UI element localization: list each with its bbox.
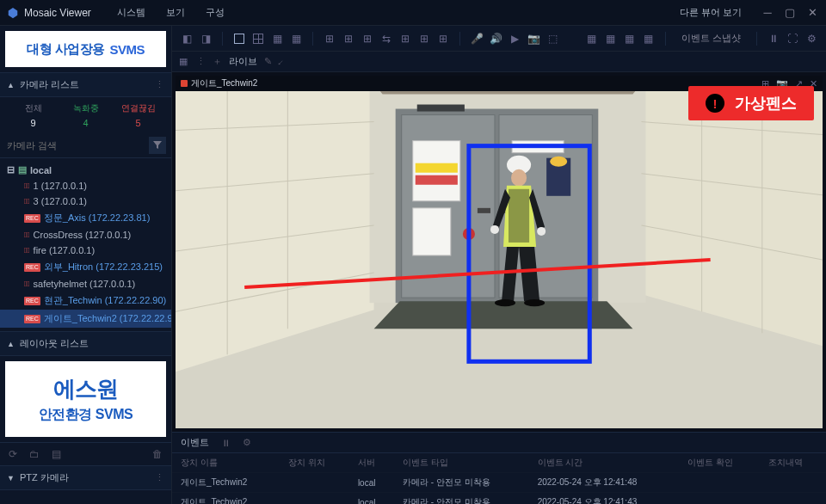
count-disconnected-label: 연결끊김 — [112, 102, 164, 114]
filter-icon[interactable] — [149, 137, 166, 154]
camera-tree-item[interactable]: REC현관_Techwin (172.22.22.90) — [0, 292, 171, 310]
svg-rect-33 — [509, 189, 529, 243]
settings-icon[interactable]: ⚙ — [804, 31, 819, 46]
video-camera-name: 게이트_Techwin2 — [191, 77, 257, 89]
events-pause-icon[interactable]: ⏸ — [221, 438, 231, 448]
camera-tree-item[interactable]: REC외부_Hitron (172.22.23.215) — [0, 258, 171, 276]
camera-scene — [176, 91, 823, 428]
delete-icon[interactable]: 🗑 — [152, 448, 163, 460]
events-col-action[interactable]: 조치내역 — [760, 453, 826, 473]
camera-name: 게이트_Techwin2 (172.22.22.91) — [44, 312, 171, 325]
layout-icon[interactable]: ▤ — [52, 448, 61, 460]
add-tab-icon[interactable]: ＋ — [213, 55, 222, 68]
layout-a-icon[interactable]: ▦ — [269, 31, 285, 46]
menu-view[interactable]: 보기 — [157, 3, 194, 22]
layout-tab-icon[interactable]: ▦ — [177, 56, 189, 68]
tree-root[interactable]: ⊟ ▤ local — [0, 162, 171, 178]
grid-swap-icon[interactable]: ⇆ — [379, 31, 394, 46]
layout-list-header[interactable]: ▲ 레이아웃 리스트 — [0, 331, 171, 356]
clip-icon[interactable]: ⬚ — [545, 31, 560, 46]
grid-3x3-icon[interactable]: ⊞ — [322, 31, 337, 46]
grid-auto-icon[interactable]: ⊞ — [398, 31, 413, 46]
pause-icon[interactable]: ⏸ — [766, 31, 781, 46]
more-icon[interactable]: ⋮ — [155, 472, 164, 483]
right-panel-toggle-icon[interactable]: ◨ — [198, 31, 213, 46]
camera-tree-item[interactable]: REC게이트_Techwin2 (172.22.22.91) — [0, 310, 171, 328]
pin-tab-icon[interactable]: ↓ — [276, 56, 287, 66]
left-panel-toggle-icon[interactable]: ◧ — [179, 31, 194, 46]
camera-snapshot-icon[interactable]: 📷 — [526, 31, 541, 46]
events-col-event_type[interactable]: 이벤트 타입 — [394, 453, 529, 473]
close-button[interactable]: ✕ — [805, 7, 819, 19]
svg-rect-21 — [417, 105, 465, 112]
fullscreen-icon[interactable]: ⛶ — [785, 31, 800, 46]
more-icon[interactable]: ⋮ — [155, 79, 164, 90]
event-row[interactable]: 게이트_Techwin2local카메라 - 안전모 미착용2022-05-24… — [172, 493, 826, 505]
camera-tree-item[interactable]: ⬤⃠3 (127.0.0.1) — [0, 194, 171, 209]
mic-icon[interactable]: 🎤 — [469, 31, 484, 46]
events-col-event_ack[interactable]: 이벤트 확인 — [679, 453, 760, 473]
camera-list-label: 카메라 리스트 — [20, 78, 79, 91]
camera-name: 1 (127.0.0.1) — [34, 181, 87, 191]
app-title: Mosaic Viewer — [24, 7, 91, 19]
chevron-up-icon: ▲ — [7, 81, 15, 89]
main-area: ◧ ◨ ▦ ▦ ⊞ ⊞ ⊞ ⇆ ⊞ ⊞ ⊞ 🎤 — [172, 26, 826, 504]
minimize-button[interactable]: ─ — [761, 7, 774, 19]
folder-icon[interactable]: 🗀 — [29, 448, 40, 460]
layout-b-icon[interactable]: ▦ — [288, 31, 304, 46]
reload-icon[interactable]: ⟳ — [9, 448, 17, 460]
events-col-device[interactable]: 장치 이름 — [172, 453, 280, 473]
events-col-server[interactable]: 서버 — [349, 453, 394, 473]
events-col-location[interactable]: 장치 위치 — [280, 453, 349, 473]
tab-dots-icon[interactable]: ⋮ — [196, 56, 206, 67]
play-icon[interactable]: ▶ — [507, 31, 522, 46]
grid-fav-icon[interactable]: ⊞ — [416, 31, 432, 46]
camera-search-input[interactable] — [5, 137, 149, 154]
camera-tree-item[interactable]: REC정문_Axis (172.22.23.81) — [0, 209, 171, 227]
chevron-down-icon: ▼ — [7, 474, 15, 482]
svg-marker-15 — [370, 91, 646, 94]
events-col-event_time[interactable]: 이벤트 시간 — [529, 453, 680, 473]
layout-r3-icon[interactable]: ▦ — [622, 31, 638, 46]
layout-r4-icon[interactable]: ▦ — [641, 31, 656, 46]
camera-tree-item[interactable]: ⬤⃠1 (127.0.0.1) — [0, 178, 171, 194]
svg-point-34 — [490, 225, 499, 234]
svg-point-36 — [495, 299, 515, 306]
video-tile[interactable]: 게이트_Techwin2 ⊞ 📷 ↗ ✕ ! 가상펜스 — [176, 76, 823, 428]
alert-text: 가상펜스 — [735, 93, 797, 114]
event-row[interactable]: 게이트_Techwin2local카메라 - 안전모 미착용2022-05-24… — [172, 473, 826, 493]
server-icon: ▤ — [18, 164, 27, 175]
layout-r2-icon[interactable]: ▦ — [603, 31, 619, 46]
ptz-header[interactable]: ▼ PTZ 카메라 ⋮ — [0, 465, 171, 490]
menu-config[interactable]: 구성 — [197, 3, 233, 22]
grid-4x4-icon[interactable]: ⊞ — [341, 31, 356, 46]
camera-counts: 전체 9 녹화중 4 연결끊김 5 — [0, 97, 171, 133]
svg-rect-25 — [413, 208, 451, 255]
layout-r1-icon[interactable]: ▦ — [584, 31, 600, 46]
camera-name: 정문_Axis (172.22.23.81) — [44, 212, 151, 224]
camera-tree-item[interactable]: ⬤⃠CrossDress (127.0.0.1) — [0, 227, 171, 243]
events-settings-icon[interactable]: ⚙ — [243, 437, 251, 448]
speaker-icon[interactable]: 🔊 — [488, 31, 503, 46]
menu-system[interactable]: 시스템 — [108, 3, 154, 22]
edit-tab-icon[interactable]: ✎ — [264, 56, 272, 67]
maximize-button[interactable]: ▢ — [783, 7, 797, 19]
svg-point-37 — [524, 299, 545, 306]
layout-1x1-icon[interactable] — [231, 31, 247, 46]
live-tab-label[interactable]: 라이브 — [229, 55, 257, 68]
events-panel: 이벤트 ⏸ ⚙ 장치 이름장치 위치서버이벤트 타입이벤트 시간이벤트 확인조치… — [172, 432, 826, 504]
sidebar-toolbar: ⟳ 🗀 ▤ 🗑 — [0, 442, 171, 465]
svg-rect-19 — [478, 208, 490, 213]
event-snapshot-label[interactable]: 이벤트 스냅샷 — [675, 30, 748, 46]
camera-list-header[interactable]: ▲ 카메라 리스트 ⋮ — [0, 72, 171, 97]
chevron-up-icon: ▲ — [7, 340, 15, 348]
menu-other-viewer[interactable]: 다른 뷰어 보기 — [671, 3, 750, 22]
svg-point-35 — [537, 227, 546, 236]
camera-tree-item[interactable]: ⬤⃠fire (127.0.0.1) — [0, 243, 171, 258]
grid-add-icon[interactable]: ⊞ — [435, 31, 451, 46]
disconnected-icon: ⬤⃠ — [24, 181, 30, 190]
grid-custom-icon[interactable]: ⊞ — [360, 31, 375, 46]
camera-tree-item[interactable]: ⬤⃠safetyhelmet (127.0.0.1) — [0, 276, 171, 292]
recording-icon: REC — [24, 263, 40, 272]
layout-2x2-icon[interactable] — [250, 31, 266, 46]
